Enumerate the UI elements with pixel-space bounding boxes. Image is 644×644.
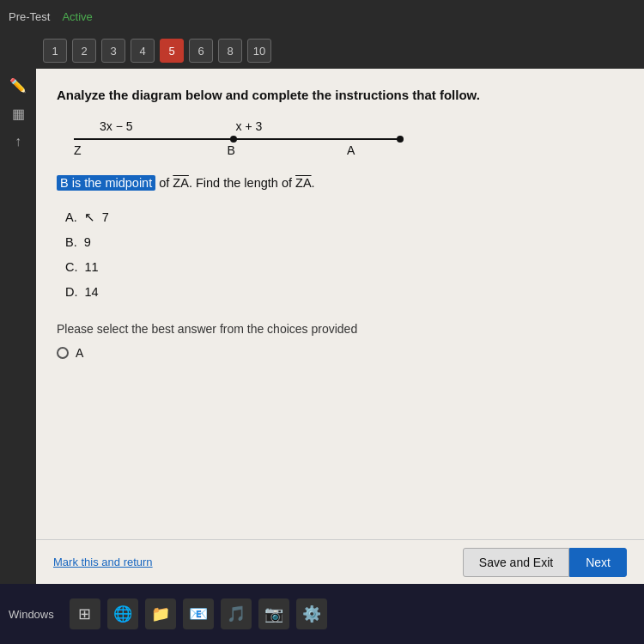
selected-answer-label: A (76, 346, 83, 360)
za-overline-1: ZA (173, 176, 189, 190)
flag-icon[interactable]: ↑ (15, 134, 21, 149)
choice-c-value: 11 (85, 255, 99, 280)
taskbar-folder-icon[interactable]: 📁 (145, 598, 176, 629)
please-select-text: Please select the best answer from the c… (57, 322, 623, 336)
label-a: A (347, 143, 355, 157)
top-bar: Pre-Test Active (0, 0, 644, 33)
question-instruction: Analyze the diagram below and complete t… (57, 86, 623, 104)
label-x-plus-3: x + 3 (236, 119, 263, 133)
save-exit-button[interactable]: Save and Exit (463, 548, 569, 577)
diagram-line-row (74, 135, 623, 140)
taskbar-windows-icon[interactable]: ⊞ (70, 598, 100, 629)
q-btn-3[interactable]: 3 (101, 39, 125, 63)
choice-d-letter: D. (65, 280, 78, 305)
test-status: Active (62, 10, 92, 23)
q-btn-2[interactable]: 2 (72, 39, 96, 63)
next-button[interactable]: Next (569, 548, 627, 577)
choice-b-value: 9 (84, 230, 91, 255)
answer-choices: A. ↖ 7 B. 9 C. 11 D. 14 (65, 205, 623, 305)
za-overline-2: ZA (295, 176, 312, 190)
main-content: Analyze the diagram below and complete t… (36, 69, 644, 584)
q-btn-4[interactable]: 4 (131, 39, 155, 63)
choice-c: C. 11 (65, 255, 623, 280)
q-btn-1[interactable]: 1 (43, 39, 67, 63)
choice-c-letter: C. (65, 255, 78, 280)
bottom-buttons: Save and Exit Next (463, 548, 627, 577)
endpoint-dot (397, 136, 404, 143)
diagram-bottom-labels: Z B A (74, 143, 623, 157)
question-text: B is the midpoint of ZA. Find the length… (57, 174, 623, 193)
label-3x-minus-5: 3x − 5 (100, 119, 133, 133)
taskbar-mail-icon[interactable]: 📧 (183, 598, 214, 629)
midpoint-highlight: B is the midpoint (57, 175, 155, 191)
left-sidebar: ✏️ ▦ ↑ (0, 69, 36, 584)
choice-a: A. ↖ 7 (65, 205, 623, 230)
label-b: B (228, 143, 235, 157)
taskbar: Windows ⊞ 🌐 📁 📧 🎵 📷 ⚙️ (0, 584, 644, 644)
choice-d: D. 14 (65, 280, 623, 305)
mark-return-link[interactable]: Mark this and return (53, 556, 153, 568)
pencil-icon[interactable]: ✏️ (9, 77, 27, 94)
choice-b-letter: B. (65, 230, 77, 255)
test-title: Pre-Test (9, 10, 50, 23)
q-btn-8[interactable]: 8 (218, 39, 242, 63)
midpoint-dot (230, 136, 237, 143)
taskbar-settings-icon[interactable]: ⚙️ (296, 598, 327, 629)
radio-circle-a[interactable] (57, 347, 69, 359)
taskbar-app-icon[interactable]: 📷 (258, 598, 289, 629)
taskbar-media-icon[interactable]: 🎵 (221, 598, 252, 629)
q-btn-5[interactable]: 5 (160, 39, 184, 63)
label-z: Z (74, 143, 82, 157)
question-continuation: of ZA. Find the length of ZA. (155, 176, 314, 190)
taskbar-browser-icon[interactable]: 🌐 (107, 598, 138, 629)
segment-line (74, 138, 400, 140)
choice-b: B. 9 (65, 230, 623, 255)
diagram: 3x − 5 x + 3 Z B A (74, 119, 623, 157)
choice-d-value: 14 (85, 280, 99, 305)
q-btn-10[interactable]: 10 (247, 39, 271, 63)
calculator-icon[interactable]: ▦ (12, 106, 25, 122)
choice-a-letter: A. (65, 205, 77, 230)
cursor-a: ↖ (84, 205, 95, 230)
diagram-top-labels: 3x − 5 x + 3 (74, 119, 623, 133)
question-nav: 1 2 3 4 5 6 8 10 (0, 33, 644, 69)
bottom-bar: Mark this and return Save and Exit Next (36, 539, 644, 584)
choice-a-value: 7 (102, 205, 109, 230)
taskbar-text: Windows (9, 608, 54, 621)
q-btn-6[interactable]: 6 (189, 39, 213, 63)
selected-answer-row[interactable]: A (57, 346, 623, 360)
